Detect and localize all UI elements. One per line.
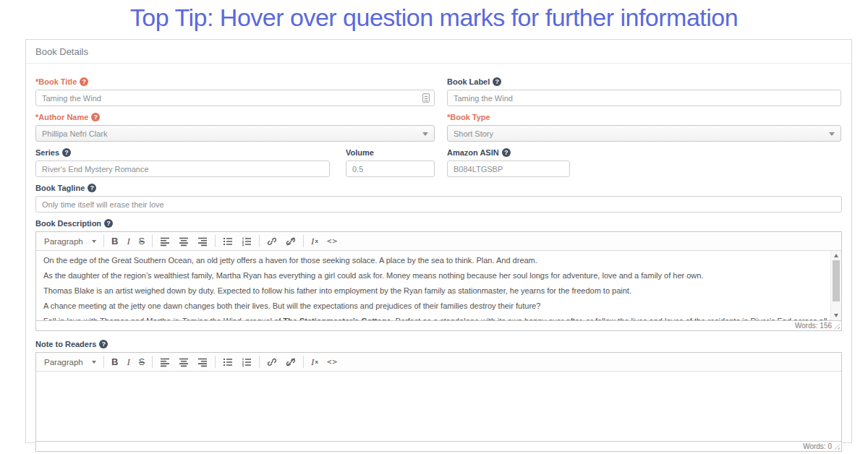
paragraph-dropdown-label: Paragraph: [44, 358, 83, 367]
book-type-label-text: *Book Type: [447, 113, 490, 121]
help-icon[interactable]: ?: [62, 148, 71, 157]
strikethrough-button[interactable]: S: [135, 355, 149, 369]
amazon-asin-input[interactable]: [447, 160, 570, 177]
numbered-list-icon[interactable]: [237, 355, 256, 369]
clear-formatting-i: I: [311, 356, 314, 368]
chevron-down-icon: [829, 132, 835, 136]
book-type-value: Short Story: [454, 129, 493, 138]
paragraph-dropdown-label: Paragraph: [44, 237, 83, 246]
resize-grip-icon[interactable]: [834, 444, 840, 450]
chevron-down-icon: [92, 361, 96, 364]
toolbar-separator: [303, 235, 304, 247]
numbered-list-icon[interactable]: [237, 234, 256, 249]
strikethrough-button[interactable]: S: [135, 234, 149, 249]
align-center-icon[interactable]: [174, 234, 193, 249]
help-icon[interactable]: ?: [99, 340, 108, 348]
note-editor-content[interactable]: [36, 372, 841, 441]
toolbar-separator: [103, 356, 104, 368]
volume-label: Volume: [346, 148, 435, 157]
chevron-down-icon: [422, 132, 428, 136]
toolbar-separator: [215, 235, 216, 247]
clear-formatting-x: x: [315, 359, 318, 365]
book-title-label-text: *Book Title: [35, 77, 77, 86]
volume-label-text: Volume: [346, 148, 374, 157]
paragraph-dropdown[interactable]: Paragraph: [40, 234, 101, 249]
editor-toolbar: Paragraph B I S: [36, 232, 841, 251]
book-details-panel: Book Details *Book Title ? Book Label ?: [25, 39, 852, 443]
help-icon[interactable]: ?: [493, 77, 501, 86]
align-left-icon[interactable]: [156, 355, 174, 369]
book-title-label: *Book Title ?: [35, 77, 435, 86]
toolbar-separator: [259, 235, 260, 247]
book-type-label: *Book Type: [447, 113, 841, 121]
series-input[interactable]: [35, 160, 330, 177]
toolbar-separator: [215, 356, 216, 368]
note-statusbar: Words: 0: [36, 441, 841, 451]
align-center-icon[interactable]: [174, 355, 193, 369]
toolbar-separator: [303, 356, 304, 368]
author-name-value: Phillipa Nefri Clark: [42, 129, 107, 138]
scroll-up-icon[interactable]: [834, 254, 838, 257]
paragraph-dropdown[interactable]: Paragraph: [40, 355, 101, 369]
align-left-icon[interactable]: [156, 234, 174, 249]
autofill-icon: [422, 93, 430, 103]
author-name-label: *Author Name ?: [35, 113, 435, 121]
book-type-select[interactable]: Short Story: [447, 125, 841, 142]
toolbar-separator: [259, 356, 260, 368]
volume-input[interactable]: [346, 160, 435, 177]
description-statusbar: Words: 156: [36, 320, 841, 330]
book-label-input[interactable]: [447, 90, 841, 106]
author-name-select[interactable]: Phillipa Nefri Clark: [35, 125, 435, 142]
bullet-list-icon[interactable]: [218, 355, 237, 369]
description-editor-content[interactable]: On the edge of the Great Southern Ocean,…: [36, 251, 830, 320]
book-tagline-label: Book Tagline ?: [35, 184, 842, 192]
bold-button[interactable]: B: [107, 355, 122, 369]
help-icon[interactable]: ?: [80, 77, 88, 86]
scroll-down-icon[interactable]: [834, 314, 838, 317]
code-button[interactable]: <>: [323, 234, 342, 249]
clear-formatting-button[interactable]: Ix: [307, 355, 323, 369]
help-icon[interactable]: ?: [104, 219, 113, 228]
author-name-label-text: *Author Name: [35, 113, 88, 121]
italic-button[interactable]: I: [122, 355, 134, 369]
book-label-label-text: Book Label: [447, 77, 490, 86]
toolbar-separator: [103, 235, 104, 247]
chevron-down-icon: [92, 240, 96, 243]
bullet-list-icon[interactable]: [218, 234, 237, 249]
description-scrollbar[interactable]: [830, 251, 841, 320]
clear-formatting-button[interactable]: Ix: [307, 234, 323, 249]
bold-button[interactable]: B: [107, 234, 122, 249]
book-label-label: Book Label ?: [447, 77, 841, 86]
description-content-area: On the edge of the Great Southern Ocean,…: [36, 251, 841, 320]
note-to-readers-label: Note to Readers ?: [35, 340, 842, 348]
tip-heading: Top Tip: Hover over question marks for f…: [0, 4, 868, 32]
book-description-label: Book Description ?: [35, 219, 842, 228]
series-label: Series ?: [35, 148, 330, 157]
align-right-icon[interactable]: [193, 355, 212, 369]
help-icon[interactable]: ?: [91, 113, 100, 121]
book-tagline-input[interactable]: [35, 196, 842, 213]
resize-grip-icon[interactable]: [834, 323, 840, 329]
series-label-text: Series: [35, 148, 59, 157]
panel-title: Book Details: [26, 40, 851, 64]
link-icon[interactable]: [263, 234, 281, 249]
toolbar-separator: [152, 235, 153, 247]
book-description-label-text: Book Description: [35, 219, 101, 228]
scrollbar-thumb[interactable]: [833, 260, 840, 301]
book-tagline-label-text: Book Tagline: [35, 184, 85, 192]
book-description-editor: Paragraph B I S: [35, 231, 842, 331]
unlink-icon[interactable]: [281, 234, 300, 249]
align-right-icon[interactable]: [193, 234, 212, 249]
unlink-icon[interactable]: [281, 355, 300, 369]
italic-button[interactable]: I: [122, 234, 134, 249]
help-icon[interactable]: ?: [88, 184, 96, 192]
clear-formatting-x: x: [315, 238, 318, 244]
page: { "colors": { "heading_accent": "#5a69dc…: [0, 0, 868, 454]
book-title-input[interactable]: [35, 90, 435, 106]
help-icon[interactable]: ?: [502, 148, 511, 157]
link-icon[interactable]: [263, 355, 281, 369]
code-button[interactable]: <>: [323, 355, 342, 369]
note-to-readers-editor: Paragraph B I S: [35, 352, 842, 452]
toolbar-separator: [152, 356, 153, 368]
amazon-asin-label: Amazon ASIN ?: [447, 148, 570, 157]
